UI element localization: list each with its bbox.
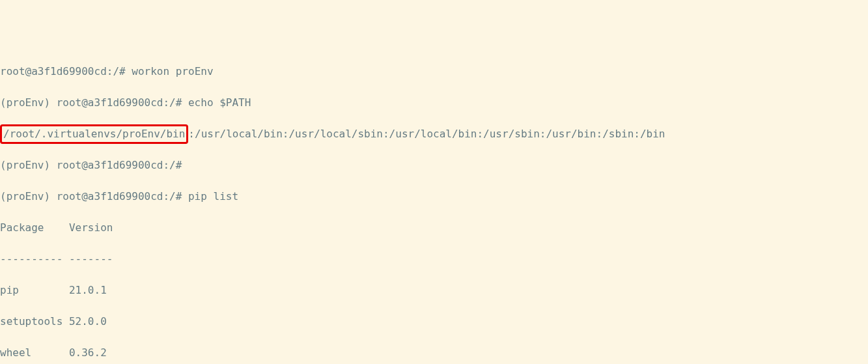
prompt: root@a3f1d69900cd:/# — [0, 65, 132, 77]
command-workon: workon proEnv — [132, 65, 213, 77]
prompt: (proEnv) root@a3f1d69900cd:/# — [0, 96, 188, 109]
terminal-line-1: root@a3f1d69900cd:/# workon proEnv — [0, 64, 868, 79]
highlighted-virtualenv-bin-path: /root/.virtualenvs/proEnv/bin — [0, 124, 188, 144]
terminal-line-4: (proEnv) root@a3f1d69900cd:/# — [0, 158, 868, 173]
prompt: (proEnv) root@a3f1d69900cd:/# — [0, 190, 188, 203]
pip-list-row-wheel: wheel 0.36.2 — [0, 345, 868, 361]
pip-list-header: Package Version — [0, 220, 868, 236]
terminal-line-2: (proEnv) root@a3f1d69900cd:/# echo $PATH — [0, 95, 868, 111]
path-remainder: :/usr/local/bin:/usr/local/sbin:/usr/loc… — [188, 128, 665, 140]
pip-list-row-pip: pip 21.0.1 — [0, 283, 868, 298]
command-echo-path: echo $PATH — [188, 96, 251, 109]
pip-list-row-setuptools: setuptools 52.0.0 — [0, 314, 868, 329]
pip-list-separator: ---------- ------- — [0, 251, 868, 267]
terminal-line-5: (proEnv) root@a3f1d69900cd:/# pip list — [0, 189, 868, 204]
terminal-line-3-path-output: /root/.virtualenvs/proEnv/bin:/usr/local… — [0, 126, 868, 142]
command-pip-list: pip list — [188, 190, 238, 203]
